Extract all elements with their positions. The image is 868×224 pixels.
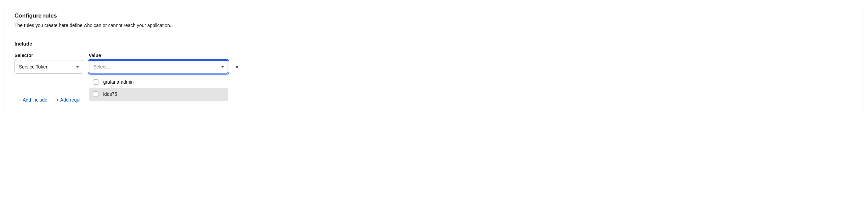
include-heading: Include — [15, 41, 853, 47]
dropdown-option-grafana-admin[interactable]: grafana-admin — [89, 76, 228, 88]
add-require-label: Add requi — [60, 97, 81, 103]
value-placeholder: Select... — [93, 64, 111, 69]
add-include-label: Add include — [23, 97, 47, 103]
rule-row: Service Token Select... grafana-admin ld… — [15, 60, 853, 74]
section-description: The rules you create here define who can… — [15, 23, 853, 28]
option-label: grafana-admin — [103, 79, 134, 85]
value-dropdown: grafana-admin ldds75 — [89, 76, 228, 101]
value-label: Value — [89, 53, 228, 58]
field-labels-row: Selector Value — [15, 53, 853, 58]
selector-select[interactable]: Service Token — [15, 60, 83, 74]
remove-rule-button[interactable]: ✕ — [234, 63, 241, 71]
selector-selected-value: Service Token — [19, 64, 49, 69]
selector-label: Selector — [15, 53, 83, 58]
value-select-wrap: Select... grafana-admin ldds75 — [89, 60, 228, 74]
value-select[interactable]: Select... — [89, 60, 228, 74]
checkbox[interactable] — [93, 91, 98, 97]
add-require-link[interactable]: + Add requi — [56, 97, 80, 103]
checkbox[interactable] — [93, 79, 98, 85]
add-include-link[interactable]: + Add include — [19, 97, 47, 103]
option-label: ldds75 — [103, 91, 117, 97]
selector-select-wrap: Service Token — [15, 60, 83, 74]
plus-icon: + — [19, 97, 21, 103]
section-title: Configure rules — [15, 12, 853, 19]
plus-icon: + — [56, 97, 59, 103]
configure-rules-panel: Configure rules The rules you create her… — [4, 4, 864, 113]
dropdown-option-ldds75[interactable]: ldds75 — [89, 88, 228, 100]
